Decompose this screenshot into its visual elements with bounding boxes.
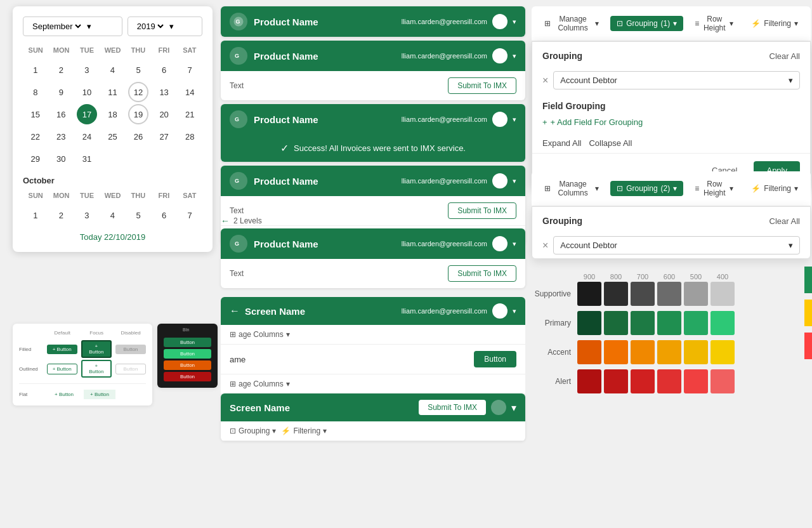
day-19[interactable]: 19 [128, 104, 148, 124]
mid-manage-columns-btn[interactable]: ⊞ Manage Columns ▾ [538, 176, 605, 201]
oct-day-3[interactable]: 3 [77, 205, 97, 225]
dark-btn-3[interactable]: Button [164, 360, 211, 370]
filtering-toolbar-btn[interactable]: ⚡ Filtering ▾ [745, 16, 804, 31]
day-26[interactable]: 26 [128, 126, 148, 147]
day-6[interactable]: 6 [154, 60, 174, 80]
screen2-submit-btn[interactable]: Submit To IMX [419, 400, 486, 415]
supportive-600[interactable] [657, 282, 681, 306]
collapse-all-btn[interactable]: Collapse All [589, 138, 632, 148]
mid-field-select[interactable]: Account Debtor ▾ [553, 236, 800, 254]
screen1-manage-cols-btn[interactable]: ⊞ age Columns ▾ [230, 330, 290, 339]
oct-day-2[interactable]: 2 [51, 205, 71, 225]
supportive-700[interactable] [631, 282, 655, 306]
filled-focus-btn[interactable]: + Button [81, 340, 112, 358]
filled-default-btn[interactable]: + Button [47, 345, 77, 354]
alert-400[interactable] [710, 369, 735, 393]
oct-day-6[interactable]: 6 [154, 205, 174, 225]
screen1-button[interactable]: Button [474, 351, 516, 367]
level-card-submit-btn[interactable]: Submit To IMX [448, 265, 516, 282]
primary-800[interactable] [604, 311, 628, 335]
day-30[interactable]: 30 [51, 148, 71, 169]
day-5[interactable]: 5 [128, 60, 148, 80]
day-29[interactable]: 29 [25, 148, 46, 169]
remove-field-btn[interactable]: × [542, 76, 548, 86]
manage-columns-toolbar-btn[interactable]: ⊞ Manage Columns ▾ [538, 11, 605, 36]
day-15[interactable]: 15 [25, 104, 46, 124]
day-9[interactable]: 9 [51, 82, 71, 102]
supportive-500[interactable] [684, 282, 708, 306]
day-24[interactable]: 24 [77, 126, 97, 147]
supportive-800[interactable] [604, 282, 628, 306]
supportive-900[interactable] [577, 282, 601, 306]
month-select-input[interactable]: September October [30, 21, 83, 32]
clear-all-link[interactable]: Clear All [769, 51, 800, 61]
day-23[interactable]: 23 [51, 126, 71, 147]
accent-700[interactable] [631, 340, 655, 364]
field-select-dropdown[interactable]: Account Debtor ▾ [553, 71, 800, 89]
alert-700[interactable] [631, 369, 655, 393]
day-20[interactable]: 20 [154, 104, 174, 124]
month-selector[interactable]: September October ▾ [23, 16, 122, 36]
primary-700[interactable] [631, 311, 655, 335]
expand-all-btn[interactable]: Expand All [542, 138, 581, 148]
add-field-link[interactable]: + + Add Field For Grouping [532, 111, 810, 133]
supportive-400[interactable] [710, 282, 735, 306]
screen2-grouping-btn[interactable]: ⊡ Grouping ▾ [230, 426, 276, 435]
day-25[interactable]: 25 [102, 126, 122, 147]
oct-day-5[interactable]: 5 [128, 205, 148, 225]
year-select-input[interactable]: 2019 2020 [134, 21, 166, 32]
card4-submit-btn[interactable]: Submit To IMX [448, 202, 516, 219]
accent-600[interactable] [657, 340, 681, 364]
day-16[interactable]: 16 [51, 104, 71, 124]
day-28[interactable]: 28 [180, 126, 200, 147]
dark-btn-1[interactable]: Button [164, 338, 211, 347]
dark-btn-4[interactable]: Button [164, 372, 211, 381]
alert-600[interactable] [657, 369, 681, 393]
alert-800[interactable] [604, 369, 628, 393]
mid-row-height-btn[interactable]: ≡ Row Height ▾ [688, 176, 740, 201]
day-8[interactable]: 8 [25, 82, 46, 102]
year-selector[interactable]: 2019 2020 ▾ [128, 16, 202, 36]
oct-day-7[interactable]: 7 [180, 205, 200, 225]
alert-500[interactable] [684, 369, 708, 393]
mid-remove-field-btn[interactable]: × [542, 241, 548, 251]
day-14[interactable]: 14 [180, 82, 200, 102]
accent-900[interactable] [577, 340, 601, 364]
card2-submit-btn[interactable]: Submit To IMX [448, 77, 516, 94]
flat-focus-btn[interactable]: + Button [84, 390, 115, 399]
day-22[interactable]: 22 [25, 126, 46, 147]
day-7[interactable]: 7 [180, 60, 200, 80]
day-1[interactable]: 1 [25, 60, 46, 80]
day-31[interactable]: 31 [77, 148, 97, 169]
alert-900[interactable] [577, 369, 601, 393]
day-13[interactable]: 13 [154, 82, 174, 102]
day-11[interactable]: 11 [102, 82, 122, 102]
primary-600[interactable] [657, 311, 681, 335]
row-height-toolbar-btn[interactable]: ≡ Row Height ▾ [688, 11, 740, 36]
flat-default-btn[interactable]: + Button [48, 390, 80, 399]
primary-500[interactable] [684, 311, 708, 335]
day-10[interactable]: 10 [77, 82, 97, 102]
primary-400[interactable] [710, 311, 735, 335]
back-arrow-btn[interactable]: ← [230, 305, 240, 317]
day-4[interactable]: 4 [102, 60, 122, 80]
day-2[interactable]: 2 [51, 60, 71, 80]
screen2-filtering-btn[interactable]: ⚡ Filtering ▾ [281, 426, 327, 435]
day-3[interactable]: 3 [77, 60, 97, 80]
grouping-toolbar-btn[interactable]: ⊡ Grouping (1) ▾ [610, 16, 683, 31]
mid-clear-all[interactable]: Clear All [769, 216, 800, 226]
accent-400[interactable] [710, 340, 735, 364]
day-12[interactable]: 12 [128, 82, 148, 102]
oct-day-4[interactable]: 4 [102, 205, 122, 225]
outlined-focus-btn[interactable]: + Button [81, 360, 112, 378]
dark-btn-2[interactable]: Button [164, 349, 211, 359]
outlined-default-btn[interactable]: + Button [47, 364, 77, 374]
day-18[interactable]: 18 [102, 104, 122, 124]
day-27[interactable]: 27 [154, 126, 174, 147]
accent-500[interactable] [684, 340, 708, 364]
screen1-manage-cols-btn-2[interactable]: ⊞ age Columns ▾ [230, 380, 290, 388]
oct-day-1[interactable]: 1 [25, 205, 46, 225]
day-21[interactable]: 21 [180, 104, 200, 124]
day-17[interactable]: 17 [77, 104, 97, 124]
mid-filtering-btn[interactable]: ⚡ Filtering ▾ [745, 181, 804, 196]
